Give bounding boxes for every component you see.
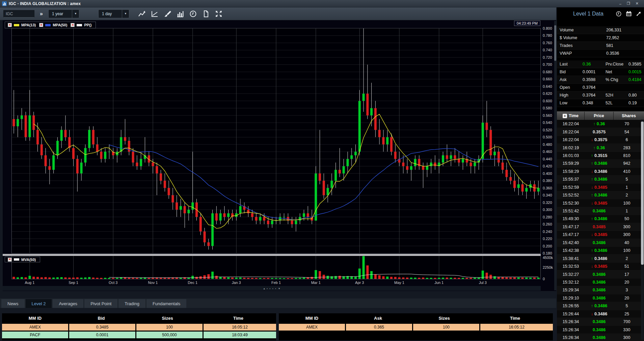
interval-select[interactable]: 1 day ▼ (98, 9, 129, 18)
trade-price: ↑0.3486 (585, 193, 614, 198)
quote-label: % Chg (606, 77, 628, 82)
level1-quote-row: Ask0.3598% Chg0.4184 (557, 76, 644, 84)
svg-text:Jan 3: Jan 3 (232, 281, 241, 285)
legend-color-swatch (77, 24, 82, 26)
line-chart-icon[interactable] (137, 9, 147, 18)
symbol-input[interactable] (3, 10, 34, 18)
time-sales-row: 15:58:29↓0.3486410 (557, 168, 644, 176)
legend-close-icon[interactable]: ✕ (8, 23, 12, 27)
svg-text:0.180: 0.180 (543, 251, 552, 255)
document-icon[interactable] (201, 9, 211, 18)
trade-shares: 6 (614, 137, 640, 142)
trade-price: ↓0.3486 (585, 312, 614, 316)
table-row[interactable]: AMEX0.36510016:05:12 (279, 324, 553, 331)
close-icon[interactable]: ✕ (636, 1, 639, 6)
history-clock-icon[interactable] (616, 11, 622, 17)
scrollbar-thumb[interactable] (554, 25, 556, 61)
legend-label: MPA(50) (53, 23, 67, 27)
trade-price-value: 0.3486 (593, 240, 606, 245)
price-column-header[interactable]: Price (585, 112, 614, 120)
add-column-icon[interactable]: + (563, 114, 567, 118)
trade-price: 0.3486 (585, 280, 614, 285)
legend-color-swatch (14, 24, 19, 26)
trade-time: 15:26:34 (557, 335, 585, 340)
trade-price: ↓0.3486 (585, 169, 614, 174)
quote-label: Low (560, 101, 583, 105)
tab-level-2[interactable]: Level 2 (26, 299, 52, 308)
quote-value: 0.4184 (628, 77, 644, 82)
quote-label: 52L (606, 101, 628, 105)
down-arrow-icon: ↓ (591, 312, 593, 316)
tab-trading[interactable]: Trading (118, 299, 145, 308)
time-sales-scrollbar[interactable] (641, 120, 644, 340)
restore-icon[interactable]: ❐ (627, 1, 630, 6)
time-sales-row: 15:55:37↑0.34865 (557, 176, 644, 183)
column-header: Time (200, 316, 276, 321)
brush-icon[interactable] (162, 9, 172, 18)
column-header: Time (477, 316, 553, 321)
trade-price-value: 0.3486 (594, 256, 607, 261)
trade-price: 0.3486 (585, 209, 614, 213)
up-arrow-icon: ↑ (591, 161, 593, 166)
level1-quote-row: Open0.3764 (557, 84, 644, 91)
trade-price-value: 0.3486 (594, 216, 607, 221)
clock-icon[interactable] (188, 9, 198, 18)
trade-time: 15:29:34 (557, 288, 585, 292)
expand-more-button[interactable]: » (38, 11, 45, 17)
scrollbar-thumb[interactable] (641, 122, 644, 265)
time-sales-row: 15:32:53↓0.348551 (557, 263, 644, 270)
app-chart-icon (2, 1, 7, 6)
trade-price: ↑0.3486 (585, 161, 614, 166)
legend-close-icon[interactable]: ✕ (71, 23, 75, 27)
tab-news[interactable]: News (1, 299, 25, 308)
shares-column-header[interactable]: Shares (614, 112, 644, 120)
level1-header: Level 1 Data (557, 7, 644, 20)
trade-price-value: 0.3485 (593, 225, 606, 229)
calendar-icon[interactable] (626, 11, 632, 17)
trade-price-value: 0.3486 (594, 248, 607, 253)
table-cell: 100 (136, 324, 203, 331)
trade-time: 15:42:38 (557, 248, 585, 253)
legend-close-icon[interactable]: ✕ (39, 23, 43, 27)
trade-price-value: 0.3486 (594, 161, 607, 166)
pin-icon[interactable] (636, 11, 641, 17)
chart-splitter-handle[interactable]: ▲ • • • • ▼ (3, 286, 541, 291)
up-arrow-icon: ↑ (591, 248, 593, 253)
range-select[interactable]: 1 year ▼ (48, 9, 79, 18)
tab-pivot-point[interactable]: Pivot Point (84, 299, 117, 308)
trade-price-value: 0.3486 (593, 272, 606, 277)
trade-price: ↓0.3485 (585, 185, 614, 190)
tab-averages[interactable]: Averages (53, 299, 83, 308)
trade-price-value: 0.3486 (593, 327, 606, 332)
trend-line-icon[interactable] (150, 9, 160, 18)
time-sales-row: 16:22:04↑0.3670 (557, 120, 644, 128)
bar-chart-icon[interactable] (175, 9, 185, 18)
expand-icon[interactable] (214, 9, 224, 18)
trade-shares: 283 (614, 146, 640, 150)
trade-time: 15:32:12 (557, 280, 585, 285)
trade-price: 0.3486 (585, 335, 614, 340)
table-row[interactable]: AMEX0.348510016:05:12 (2, 324, 276, 331)
trade-shares: 1 (614, 185, 640, 190)
trade-price-value: 0.3486 (594, 312, 607, 316)
table-row[interactable]: PACF0.0001500,00018:03:49 (2, 332, 276, 338)
up-arrow-icon: ↑ (591, 153, 593, 158)
legend-close-icon[interactable]: ✕ (8, 258, 12, 262)
svg-text:0.680: 0.680 (543, 70, 552, 74)
table-cell: 500,000 (136, 332, 203, 338)
table-cell: PACF (2, 332, 68, 338)
tab-fundamentals[interactable]: Fundamentals (146, 299, 186, 308)
stat-label: Trades (560, 43, 606, 48)
price-volume-chart: 0.8000.7800.7600.7400.7200.7000.6800.660… (3, 20, 556, 291)
time-column-header[interactable]: +Time (557, 112, 585, 120)
trade-shares: 40 (614, 240, 640, 245)
trade-time: 15:26:34 (557, 327, 585, 332)
chart-vertical-scrollbar[interactable] (554, 21, 556, 290)
trade-time: 15:26:55 (557, 304, 585, 308)
trade-time: 15:55:37 (557, 177, 585, 182)
minimize-icon[interactable]: – (619, 2, 621, 6)
table-cell: 16:05:12 (204, 324, 276, 331)
svg-text:Jul 3: Jul 3 (479, 281, 487, 285)
trade-price-value: 0.3486 (593, 209, 606, 213)
svg-text:0.400: 0.400 (543, 172, 552, 176)
